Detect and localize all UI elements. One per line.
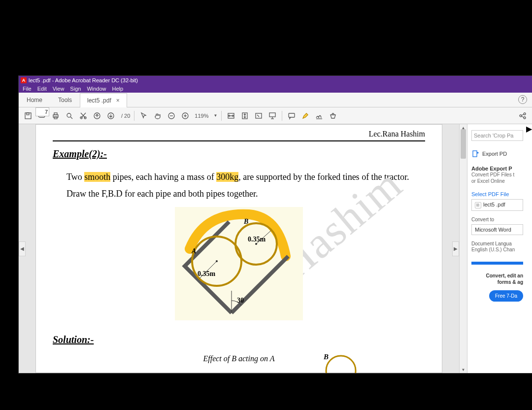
collapse-panel-icon[interactable]: ▶ — [526, 124, 532, 373]
selected-file-box[interactable]: 🗎lect5 .pdf — [471, 199, 523, 211]
save-icon[interactable] — [23, 110, 33, 121]
stamp-icon[interactable] — [328, 110, 338, 121]
select-pdf-label: Select PDF File — [471, 191, 523, 197]
highlight-smooth: smooth — [84, 172, 110, 182]
comment-icon[interactable] — [286, 110, 297, 121]
close-icon[interactable]: × — [116, 97, 120, 104]
page-down-icon[interactable] — [105, 110, 116, 121]
menu-file[interactable]: File — [23, 86, 32, 92]
svg-line-30 — [522, 116, 524, 117]
share-icon[interactable] — [517, 110, 528, 121]
example-heading: Example(2):- — [53, 148, 425, 160]
titlebar: A lect5 .pdf - Adobe Acrobat Reader DC (… — [19, 76, 532, 85]
svg-rect-3 — [54, 113, 57, 115]
tools-panel: Export PD Adobe Export P Convert PDF Fil… — [467, 124, 526, 373]
prev-page-button[interactable]: ◀ — [19, 241, 26, 256]
svg-point-38 — [326, 356, 356, 373]
export-pdf-tool[interactable]: Export PD — [471, 150, 523, 158]
next-page-button[interactable]: ▶ — [452, 241, 459, 256]
menubar: File Edit View Sign Window Help — [19, 85, 532, 93]
app-window: A lect5 .pdf - Adobe Acrobat Reader DC (… — [19, 76, 532, 373]
svg-rect-39 — [473, 151, 477, 157]
text: pipes, each having a mass of — [110, 172, 216, 182]
doc-language-value: English (U.S.) Chan — [471, 246, 523, 253]
scroll-thumb[interactable] — [461, 129, 466, 159]
svg-rect-4 — [54, 117, 57, 119]
svg-point-5 — [67, 113, 71, 117]
scroll-down-icon[interactable]: ▼ — [460, 366, 467, 373]
zoom-out-icon[interactable] — [166, 110, 177, 121]
page-total: / 20 — [119, 113, 130, 119]
tab-row: Home Tools lect5 .pdf × ? — [19, 93, 532, 107]
figure: A B 0.35m 0.35m 30 — [53, 207, 425, 320]
solution-heading: Solution:- — [53, 334, 425, 345]
menu-sign[interactable]: Sign — [70, 86, 81, 92]
effect-caption: Effect of B acting on A — [53, 354, 425, 363]
svg-point-27 — [524, 113, 526, 115]
label-B2: B — [324, 353, 329, 361]
zoom-dropdown-icon[interactable]: ▼ — [213, 113, 218, 118]
search-icon[interactable] — [64, 110, 75, 121]
vertical-scrollbar[interactable]: ▲ ▼ — [459, 124, 467, 373]
rule — [53, 140, 425, 141]
page-up-icon[interactable] — [92, 110, 102, 121]
pointer-icon[interactable] — [138, 110, 149, 121]
content-row: ◀ ▶ Lec.Rana Hashim Example(2):- Two smo… — [19, 124, 532, 373]
label-r1: 0.35m — [198, 270, 215, 278]
hand-icon[interactable] — [152, 110, 163, 121]
read-mode-icon[interactable] — [267, 110, 278, 121]
svg-rect-0 — [25, 113, 31, 119]
fit-width-icon[interactable] — [226, 110, 236, 121]
convert-to-label: Convert to — [471, 217, 523, 222]
lecturer-name: Lec.Rana Hashim — [53, 130, 425, 138]
adobe-export-sub: Convert PDF Files tor Excel Online — [471, 171, 523, 184]
zoom-level[interactable]: 119% — [194, 113, 209, 119]
convert-button[interactable] — [471, 262, 523, 265]
tab-home[interactable]: Home — [19, 93, 50, 107]
fullscreen-icon[interactable] — [253, 110, 264, 121]
menu-edit[interactable]: Edit — [37, 86, 47, 92]
adobe-export-heading: Adobe Export P — [471, 166, 523, 171]
menu-window[interactable]: Window — [87, 86, 106, 92]
tab-active[interactable]: lect5 .pdf × — [80, 93, 127, 107]
label-A: A — [192, 247, 196, 255]
menu-help[interactable]: Help — [112, 86, 124, 92]
highlight-mass: 300kg — [216, 172, 238, 182]
separator — [282, 111, 282, 121]
page-viewport: ◀ ▶ Lec.Rana Hashim Example(2):- Two smo… — [19, 124, 459, 373]
svg-point-35 — [216, 260, 218, 262]
problem-text: Two smooth pipes, each having a mass of … — [53, 169, 425, 202]
figure-B: B — [319, 351, 358, 373]
tab-tools[interactable]: Tools — [50, 93, 80, 107]
zoom-in-icon[interactable] — [180, 110, 191, 121]
pdf-file-icon: 🗎 — [475, 202, 481, 208]
tools-search-input[interactable] — [471, 130, 523, 141]
svg-point-28 — [524, 117, 526, 119]
svg-rect-24 — [289, 113, 295, 117]
app-icon: A — [21, 77, 27, 83]
separator — [134, 111, 134, 121]
fit-page-icon[interactable] — [239, 110, 250, 121]
print-icon[interactable] — [50, 110, 61, 121]
cut-icon[interactable] — [78, 110, 89, 121]
convert-target-box[interactable]: Microsoft Word — [471, 224, 523, 235]
text: Two — [66, 172, 84, 182]
svg-rect-21 — [269, 113, 275, 117]
export-icon — [471, 150, 479, 158]
window-title: lect5 .pdf - Adobe Acrobat Reader DC (32… — [29, 77, 138, 83]
highlight-icon[interactable] — [300, 110, 311, 121]
doc-language-label: Document Langua — [471, 241, 523, 246]
menu-view[interactable]: View — [53, 86, 65, 92]
upsell-text: Convert, edit anforms & ag — [471, 273, 523, 285]
sign-icon[interactable] — [314, 110, 325, 121]
tab-active-label: lect5 .pdf — [87, 97, 111, 104]
pdf-page: Lec.Rana Hashim Example(2):- Two smooth … — [35, 124, 442, 373]
svg-rect-1 — [27, 113, 29, 115]
free-trial-button[interactable]: Free 7-Da — [489, 290, 523, 302]
toolbar: / 20 119% ▼ — [19, 107, 532, 124]
separator — [221, 111, 222, 121]
export-pdf-label: Export PD — [482, 151, 507, 157]
label-angle: 30 — [237, 297, 244, 305]
help-icon[interactable]: ? — [518, 95, 527, 104]
page-input[interactable] — [35, 107, 49, 116]
